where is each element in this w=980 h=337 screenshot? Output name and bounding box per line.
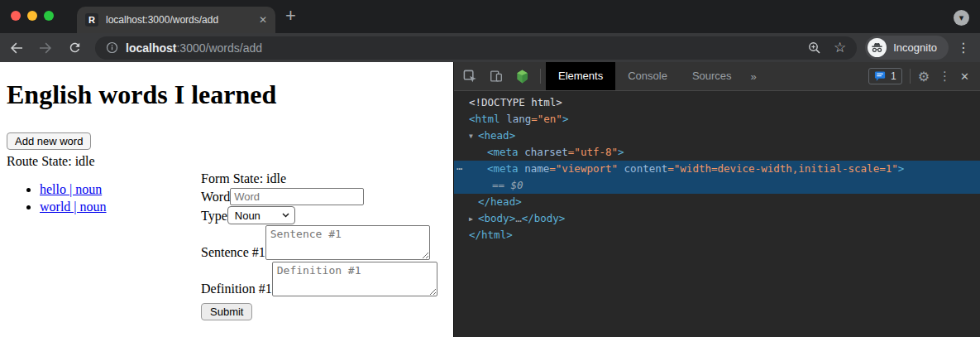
- browser-menu-button[interactable]: ⋮: [957, 40, 970, 55]
- code-token: content: [624, 162, 668, 175]
- words-list: hello | nounworld | noun: [7, 182, 201, 214]
- sentence-textarea[interactable]: [265, 225, 430, 260]
- extension-gem-icon[interactable]: [514, 69, 530, 84]
- tab-console[interactable]: Console: [615, 62, 680, 90]
- word-row: Word: [201, 188, 447, 205]
- code-token: </head>: [478, 195, 522, 208]
- code-token: ="viewport": [549, 162, 618, 175]
- device-toolbar-button[interactable]: [489, 69, 504, 84]
- inspect-element-button[interactable]: [462, 69, 478, 84]
- sentence-row: Sentence #1: [201, 225, 447, 260]
- node-options-icon[interactable]: ⋯: [457, 161, 463, 177]
- zoom-window-button[interactable]: [44, 11, 54, 21]
- submit-button[interactable]: Submit: [201, 303, 252, 320]
- code-token: >: [618, 146, 624, 158]
- code-token: </body>: [522, 212, 566, 224]
- code-token: [618, 162, 624, 175]
- devtools-toolbar-right: 1 ⚙ ⋮ ✕: [868, 68, 980, 84]
- device-icon: [489, 69, 504, 84]
- back-button[interactable]: [7, 38, 26, 58]
- definition-row: Definition #1: [201, 262, 447, 296]
- browser-tab[interactable]: R localhost:3000/words/add ✕: [77, 7, 275, 33]
- devtools-menu-icon[interactable]: ⋮: [939, 69, 951, 84]
- code-token: charset: [524, 146, 568, 158]
- add-word-form: Form State: idle Word Type Noun: [201, 169, 447, 320]
- code-token: <html: [469, 113, 506, 125]
- tab-elements[interactable]: Elements: [546, 62, 615, 90]
- bookmark-star-icon[interactable]: ☆: [834, 41, 846, 55]
- word-link[interactable]: world | noun: [40, 200, 107, 214]
- elements-tree: <!DOCTYPE html><html lang="en">▼<head><m…: [454, 91, 980, 337]
- toolbar-divider: [540, 69, 541, 84]
- devtools-toolbar: Elements Console Sources » 1 ⚙ ⋮ ✕: [454, 62, 980, 91]
- dom-node[interactable]: ▶<body>…</body>: [454, 210, 980, 227]
- dom-node-selected[interactable]: ⋯<meta name="viewport" content="width=de…: [454, 161, 980, 177]
- type-select-wrap: Noun: [227, 206, 295, 224]
- code-token: <meta: [487, 146, 524, 158]
- word-link[interactable]: hello | noun: [40, 182, 102, 196]
- code-token: name: [524, 162, 549, 175]
- browser-toolbar: localhost:3000/words/add ☆ Incognito ⋮: [0, 33, 980, 62]
- dom-node[interactable]: </head>: [454, 194, 980, 210]
- tab-sources[interactable]: Sources: [680, 62, 744, 90]
- page-title: English words I learned: [7, 79, 447, 110]
- type-select[interactable]: Noun: [227, 206, 295, 224]
- code-token: </html>: [469, 229, 513, 241]
- toolbar-divider: [910, 69, 911, 84]
- code-token: ="en": [531, 113, 562, 125]
- list-item: world | noun: [40, 200, 201, 214]
- browser-window: R localhost:3000/words/add ✕ + ▾ localho…: [0, 0, 980, 337]
- message-bubble-icon: [874, 70, 887, 82]
- new-tab-button[interactable]: +: [285, 5, 296, 26]
- add-new-word-button[interactable]: Add new word: [7, 132, 91, 150]
- dom-node[interactable]: ▼<head>: [454, 128, 980, 144]
- word-input[interactable]: [230, 188, 364, 205]
- back-arrow-icon: [10, 41, 23, 55]
- close-devtools-icon[interactable]: ✕: [960, 70, 969, 83]
- dom-node[interactable]: </html>: [454, 227, 980, 243]
- incognito-avatar: [868, 38, 887, 57]
- url-host: localhost: [126, 41, 176, 55]
- dom-node[interactable]: <html lang="en">: [454, 111, 980, 128]
- dom-node[interactable]: <!DOCTYPE html>: [454, 94, 980, 111]
- word-label: Word: [201, 189, 230, 205]
- zoom-icon[interactable]: [808, 41, 821, 55]
- omnibox-actions: ☆: [808, 41, 846, 55]
- dom-node[interactable]: <meta charset="utf-8">: [454, 144, 980, 161]
- info-icon[interactable]: [106, 41, 118, 54]
- address-bar[interactable]: localhost:3000/words/add ☆: [95, 36, 857, 60]
- code-token: <meta: [487, 162, 524, 175]
- chevron-down-icon: ▾: [959, 13, 964, 22]
- definition-textarea[interactable]: [272, 262, 437, 296]
- incognito-label: Incognito: [893, 41, 937, 54]
- remix-favicon-icon: R: [85, 13, 98, 26]
- settings-gear-icon[interactable]: ⚙: [918, 69, 930, 84]
- incognito-icon: [871, 41, 883, 54]
- code-token: <!DOCTYPE html>: [469, 96, 562, 108]
- code-token: >: [562, 113, 569, 125]
- close-tab-icon[interactable]: ✕: [259, 14, 267, 26]
- expand-arrow-icon[interactable]: ▶: [469, 211, 478, 228]
- words-column: hello | nounworld | noun: [7, 169, 201, 320]
- code-token: >: [898, 162, 905, 175]
- tab-strip: R localhost:3000/words/add ✕ + ▾: [0, 0, 980, 33]
- url-text: localhost:3000/words/add: [126, 41, 262, 55]
- minimize-window-button[interactable]: [27, 11, 37, 21]
- sentence-label: Sentence #1: [201, 244, 265, 260]
- forward-button[interactable]: [36, 38, 55, 58]
- type-row: Type Noun: [201, 206, 447, 224]
- incognito-badge: Incognito: [865, 36, 949, 60]
- route-state-text: Route State: idle: [7, 153, 447, 169]
- web-page: English words I learned Add new word Rou…: [0, 62, 453, 337]
- reload-button[interactable]: [65, 38, 84, 58]
- tab-title: localhost:3000/words/add: [106, 14, 254, 26]
- console-messages-button[interactable]: 1: [868, 68, 902, 84]
- forward-arrow-icon: [39, 41, 52, 55]
- more-tabs-icon[interactable]: »: [744, 70, 763, 83]
- tab-search-button[interactable]: ▾: [954, 10, 969, 26]
- code-token: <body>: [478, 212, 515, 224]
- code-token: ="utf-8": [568, 146, 618, 158]
- close-window-button[interactable]: [11, 11, 21, 21]
- dom-node-selected[interactable]: == $0: [454, 177, 980, 194]
- expand-arrow-icon[interactable]: ▼: [469, 128, 478, 145]
